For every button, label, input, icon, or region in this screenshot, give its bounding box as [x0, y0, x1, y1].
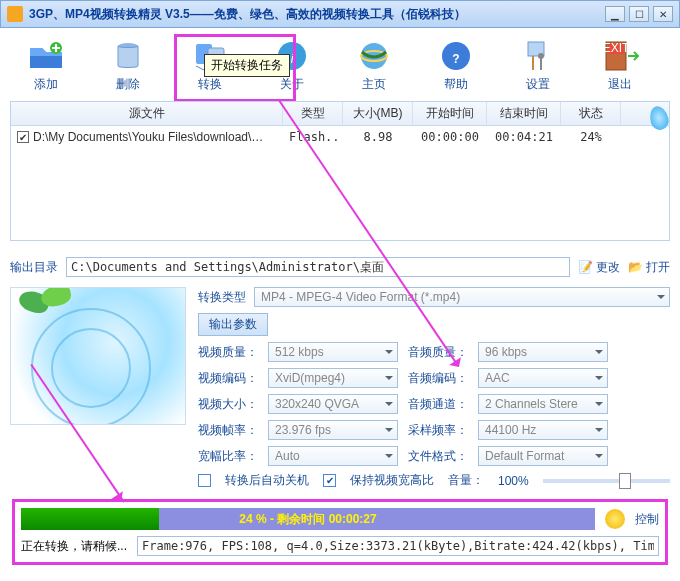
row-start: 00:00:00 [413, 128, 487, 146]
preview-pane [10, 287, 186, 425]
change-button[interactable]: 📝 更改 [578, 259, 620, 276]
shutdown-label: 转换后自动关机 [225, 472, 309, 489]
fformat-label: 文件格式： [408, 448, 468, 465]
delete-label: 删除 [116, 76, 140, 93]
folder-plus-icon [26, 38, 66, 74]
help-icon: ? [436, 38, 476, 74]
output-settings-panel: 转换类型 MP4 - MPEG-4 Video Format (*.mp4) 输… [198, 287, 670, 489]
main-toolbar: 添加 删除 转换 i 关于 主页 ? [10, 34, 670, 101]
settings-label: 设置 [526, 76, 550, 93]
row-checkbox[interactable]: ✔ [17, 131, 29, 143]
achan-label: 音频通道： [408, 396, 468, 413]
svg-text:EXIT: EXIT [603, 41, 630, 55]
keepratio-label: 保持视频宽高比 [350, 472, 434, 489]
control-gear-icon [605, 509, 625, 529]
settings-area: 转换类型 MP4 - MPEG-4 Video Format (*.mp4) 输… [10, 287, 670, 489]
home-button[interactable]: 主页 [338, 38, 410, 93]
row-end: 00:04:21 [487, 128, 561, 146]
vsize-combo[interactable]: 320x240 QVGA [268, 394, 398, 414]
keepratio-checkbox[interactable]: ✔ [323, 474, 336, 487]
control-button[interactable]: 控制 [635, 511, 659, 528]
help-label: 帮助 [444, 76, 468, 93]
file-list: 源文件 类型 大小(MB) 开始时间 结束时间 状态 ✔ D:\My Docum… [10, 101, 670, 241]
svg-point-13 [538, 53, 544, 59]
aqual-combo[interactable]: 96 kbps [478, 342, 608, 362]
col-src[interactable]: 源文件 [11, 102, 283, 125]
col-size[interactable]: 大小(MB) [343, 102, 413, 125]
home-label: 主页 [362, 76, 386, 93]
row-type: Flash.. [283, 128, 343, 146]
col-end[interactable]: 结束时间 [487, 102, 561, 125]
col-start[interactable]: 开始时间 [413, 102, 487, 125]
progress-detail [137, 536, 659, 556]
convtype-combo[interactable]: MP4 - MPEG-4 Video Format (*.mp4) [254, 287, 670, 307]
shutdown-checkbox[interactable] [198, 474, 211, 487]
edit-icon: 📝 [578, 260, 593, 274]
aspect-label: 宽幅比率： [198, 448, 258, 465]
file-list-header: 源文件 类型 大小(MB) 开始时间 结束时间 状态 [11, 102, 669, 126]
progress-bar: 24 % - 剩余时间 00:00:27 [21, 508, 595, 530]
window-title: 3GP、MP4视频转换精灵 V3.5——免费、绿色、高效的视频转换工具（佰锐科技… [29, 6, 605, 23]
exit-button[interactable]: EXIT 退出 [584, 38, 656, 93]
exit-label: 退出 [608, 76, 632, 93]
row-size: 8.98 [343, 128, 413, 146]
aspect-combo[interactable]: Auto [268, 446, 398, 466]
maximize-button[interactable]: ☐ [629, 6, 649, 22]
svg-rect-11 [532, 56, 534, 70]
exit-icon: EXIT [600, 38, 640, 74]
progress-status: 正在转换，请稍候... [21, 538, 127, 555]
output-label: 输出目录 [10, 259, 58, 276]
progress-text: 24 % - 剩余时间 00:00:27 [21, 511, 595, 528]
achan-combo[interactable]: 2 Channels Stere [478, 394, 608, 414]
delete-button[interactable]: 删除 [92, 38, 164, 93]
vqual-label: 视频质量： [198, 344, 258, 361]
convert-tooltip: 开始转换任务 [204, 54, 290, 77]
srate-combo[interactable]: 44100 Hz [478, 420, 608, 440]
output-dir-row: 输出目录 📝 更改 📂 打开 [10, 257, 670, 277]
output-path-input[interactable] [66, 257, 570, 277]
settings-button[interactable]: 设置 [502, 38, 574, 93]
about-label: 关于 [280, 76, 304, 93]
app-icon [7, 6, 23, 22]
table-row[interactable]: ✔ D:\My Documents\Youku Files\download\…… [11, 126, 669, 148]
output-params-tab[interactable]: 输出参数 [198, 313, 268, 336]
srate-label: 采样频率： [408, 422, 468, 439]
acodec-combo[interactable]: AAC [478, 368, 608, 388]
svg-text:i: i [291, 52, 294, 66]
tools-icon [518, 38, 558, 74]
trash-icon [108, 38, 148, 74]
vcodec-combo[interactable]: XviD(mpeg4) [268, 368, 398, 388]
row-status: 24% [561, 128, 621, 146]
open-button[interactable]: 📂 打开 [628, 259, 670, 276]
volume-slider[interactable] [543, 479, 670, 483]
vqual-combo[interactable]: 512 kbps [268, 342, 398, 362]
convtype-label: 转换类型 [198, 289, 246, 306]
minimize-button[interactable]: ▁ [605, 6, 625, 22]
vfps-combo[interactable]: 23.976 fps [268, 420, 398, 440]
progress-area: 24 % - 剩余时间 00:00:27 控制 正在转换，请稍候... [12, 499, 668, 565]
volume-label: 音量： [448, 472, 484, 489]
window-controls: ▁ ☐ ✕ [605, 6, 673, 22]
volume-value: 100% [498, 474, 529, 488]
col-status[interactable]: 状态 [561, 102, 621, 125]
help-button[interactable]: ? 帮助 [420, 38, 492, 93]
add-label: 添加 [34, 76, 58, 93]
convert-label: 转换 [198, 76, 222, 93]
vsize-label: 视频大小： [198, 396, 258, 413]
svg-text:?: ? [452, 52, 459, 66]
titlebar: 3GP、MP4视频转换精灵 V3.5——免费、绿色、高效的视频转换工具（佰锐科技… [0, 0, 680, 28]
add-button[interactable]: 添加 [10, 38, 82, 93]
vfps-label: 视频帧率： [198, 422, 258, 439]
fformat-combo[interactable]: Default Format [478, 446, 608, 466]
globe-icon [354, 38, 394, 74]
row-src: D:\My Documents\Youku Files\download\… [33, 130, 263, 144]
close-button[interactable]: ✕ [653, 6, 673, 22]
vcodec-label: 视频编码： [198, 370, 258, 387]
folder-open-icon: 📂 [628, 260, 643, 274]
